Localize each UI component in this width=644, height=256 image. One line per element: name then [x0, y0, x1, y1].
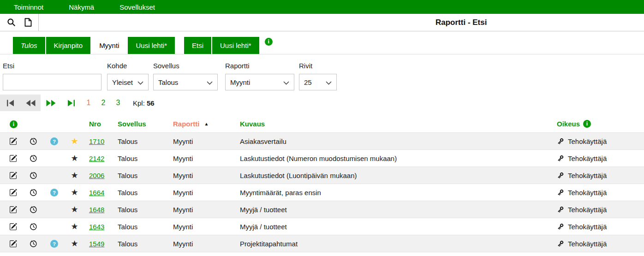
- menubar-item[interactable]: Näkymä: [69, 3, 94, 11]
- previous-page-icon[interactable]: [20, 95, 41, 111]
- last-page-icon[interactable]: [61, 95, 81, 111]
- history-icon[interactable]: [30, 137, 37, 145]
- row-oikeus-label: Tehokäyttäjä: [568, 137, 607, 145]
- tab-info-icon[interactable]: i: [265, 38, 273, 46]
- pagination-bar: 123 Kpl: 56: [0, 95, 644, 111]
- kohde-label: Kohde: [107, 62, 149, 70]
- history-icon[interactable]: [30, 155, 37, 162]
- row-raportti: Myynti: [170, 189, 236, 196]
- tab[interactable]: Uusi lehti*: [128, 37, 175, 54]
- pagination-disabled-group: [0, 95, 41, 111]
- key-icon: [557, 206, 564, 213]
- column-header-raportti[interactable]: Raportti▲: [170, 120, 236, 128]
- table-body: ? ★ 1710 Talous Myynti Asiakasvertailu T…: [0, 132, 644, 256]
- report-number-link[interactable]: 2006: [89, 172, 104, 179]
- history-icon[interactable]: [30, 206, 37, 214]
- help-icon[interactable]: ?: [50, 189, 58, 196]
- sovellus-select-value: Talous: [158, 78, 178, 86]
- report-number-link[interactable]: 1549: [89, 240, 104, 248]
- history-icon[interactable]: [30, 189, 37, 196]
- report-number-link[interactable]: 2142: [89, 155, 104, 162]
- oikeus-info-icon[interactable]: i: [583, 120, 591, 128]
- help-icon[interactable]: ?: [50, 137, 58, 145]
- favorite-star-icon[interactable]: ★: [71, 188, 78, 196]
- help-icon[interactable]: ?: [50, 240, 58, 248]
- edit-icon[interactable]: [9, 240, 17, 248]
- report-number-link[interactable]: 1710: [89, 137, 104, 145]
- page-number-link[interactable]: 2: [96, 99, 111, 107]
- tab-bar: TulosKirjanpitoMyyntiUusi lehti*EtsiUusi…: [0, 31, 644, 54]
- edit-icon[interactable]: [9, 206, 17, 214]
- tab[interactable]: Kirjanpito: [46, 37, 91, 54]
- row-kuvaus: Laskutustiedot (Numeron muodostumisen mu…: [236, 155, 552, 162]
- row-sovellus: Talous: [113, 240, 170, 248]
- column-header-sovellus[interactable]: Sovellus: [113, 120, 170, 128]
- menubar-item[interactable]: Toiminnot: [14, 3, 43, 11]
- row-kuvaus: Projektitapahtumat: [236, 240, 552, 248]
- raportti-select-value: Myynti: [230, 78, 250, 86]
- report-number-link[interactable]: 1664: [89, 189, 104, 196]
- toolbar: Raportti - Etsi: [0, 14, 644, 31]
- history-icon[interactable]: [30, 240, 37, 248]
- row-oikeus-label: Tehokäyttäjä: [568, 206, 607, 214]
- column-header-kuvaus[interactable]: Kuvaus: [236, 120, 552, 128]
- favorite-star-icon[interactable]: ★: [71, 222, 78, 231]
- favorite-star-icon[interactable]: ★: [71, 239, 78, 248]
- tab[interactable]: Myynti: [91, 37, 127, 54]
- rivit-select[interactable]: 25: [299, 74, 337, 90]
- sovellus-select[interactable]: Talous: [153, 74, 218, 90]
- next-page-icon[interactable]: [41, 95, 61, 111]
- key-icon: [557, 155, 564, 162]
- row-kuvaus: Asiakasvertailu: [236, 137, 552, 145]
- toolbar-icon-zone: [0, 14, 39, 31]
- column-header-oikeus[interactable]: Oikeusi: [552, 120, 644, 128]
- row-raportti: Myynti: [170, 137, 236, 145]
- edit-icon[interactable]: [9, 223, 17, 231]
- row-oikeus-label: Tehokäyttäjä: [568, 189, 607, 196]
- row-kuvaus: Myyntimäärät, paras ensin: [236, 189, 552, 196]
- raportti-select[interactable]: Myynti: [225, 74, 294, 90]
- search-input[interactable]: [3, 74, 101, 90]
- report-number-link[interactable]: 1648: [89, 206, 104, 214]
- edit-icon[interactable]: [9, 189, 17, 196]
- report-number-link[interactable]: 1643: [89, 223, 104, 231]
- favorite-star-icon[interactable]: ★: [71, 154, 78, 162]
- table-info-icon[interactable]: i: [10, 120, 18, 128]
- row-kuvaus: Myyjä / tuotteet: [236, 206, 552, 214]
- favorite-star-icon[interactable]: ★: [71, 205, 78, 214]
- tab[interactable]: Uusi lehti*: [212, 37, 259, 54]
- row-oikeus-label: Tehokäyttäjä: [568, 223, 607, 231]
- edit-icon[interactable]: [9, 137, 17, 145]
- history-icon[interactable]: [30, 172, 37, 179]
- search-icon[interactable]: [7, 18, 16, 27]
- result-count-label: Kpl:: [133, 99, 145, 107]
- edit-icon[interactable]: [9, 172, 17, 179]
- result-count: Kpl: 56: [133, 99, 155, 107]
- tab[interactable]: Tulos: [13, 37, 45, 54]
- chevron-down-icon: [137, 78, 143, 86]
- favorite-star-icon[interactable]: ★: [71, 171, 78, 179]
- rivit-select-value: 25: [304, 78, 312, 86]
- raportti-label: Raportti: [225, 62, 294, 70]
- row-sovellus: Talous: [113, 137, 170, 145]
- search-field-label: Etsi: [3, 62, 101, 70]
- key-icon: [557, 223, 564, 230]
- kohde-select-value: Yleiset: [112, 78, 133, 86]
- history-icon[interactable]: [30, 223, 37, 231]
- first-page-icon[interactable]: [0, 95, 20, 111]
- page-number-link[interactable]: 3: [111, 99, 125, 107]
- edit-icon[interactable]: [9, 155, 17, 162]
- sovellus-label: Sovellus: [153, 62, 218, 70]
- column-header-raportti-label: Raportti: [173, 120, 200, 128]
- kohde-select[interactable]: Yleiset: [107, 74, 149, 90]
- row-sovellus: Talous: [113, 155, 170, 162]
- page-numbers: 123: [81, 99, 125, 107]
- new-document-icon[interactable]: [24, 18, 32, 27]
- menubar-item[interactable]: Sovellukset: [119, 3, 155, 11]
- column-header-nro[interactable]: Nro: [84, 120, 113, 128]
- row-sovellus: Talous: [113, 206, 170, 214]
- chevron-down-icon: [283, 78, 289, 86]
- tab[interactable]: Etsi: [184, 37, 211, 54]
- favorite-star-icon[interactable]: ★: [71, 137, 78, 145]
- page-number-link[interactable]: 1: [81, 99, 96, 107]
